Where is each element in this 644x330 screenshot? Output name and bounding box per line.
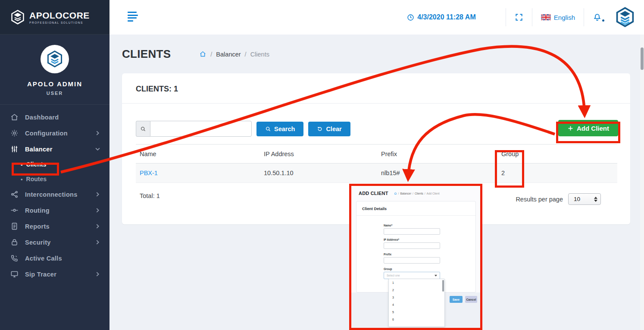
sidebar-item-label: Sip Tracer (25, 271, 95, 278)
scrollbar-thumb[interactable] (641, 47, 644, 70)
sidebar: APOLOCORE PROFESSIONAL SOLUTIONS APOLO A… (0, 0, 109, 330)
group-dropdown-list: 1 2 3 4 5 6 (388, 279, 445, 327)
avatar-logo-icon (45, 50, 64, 69)
table-row[interactable]: PBX-1 10.50.1.10 nlb15# 2 (136, 163, 617, 183)
route-icon (10, 206, 19, 214)
chevron-right-icon (95, 208, 100, 213)
sidebar-subitem-clients[interactable]: • Clients (0, 157, 109, 172)
search-button[interactable]: Search (256, 122, 303, 136)
sidebar-item-sip-tracer[interactable]: Sip Tracer (0, 266, 109, 282)
sidebar-subitem-label: Clients (26, 161, 47, 168)
breadcrumb-item[interactable]: Balancer (216, 51, 241, 58)
dropdown-option[interactable]: 5 (389, 308, 444, 316)
inset-page-title: ADD CLIENT (359, 191, 388, 196)
dropdown-scrollbar[interactable] (442, 280, 444, 292)
client-name-link[interactable]: PBX-1 (140, 170, 158, 176)
menu-toggle-icon[interactable] (128, 12, 138, 23)
search-icon (265, 126, 271, 132)
document-icon (10, 222, 19, 230)
sidebar-item-routing[interactable]: Routing (0, 202, 109, 218)
chevron-right-icon (95, 224, 100, 229)
brand-name: APOLOCORE (29, 10, 90, 21)
monitor-icon (10, 270, 19, 278)
dropdown-option[interactable]: 1 (389, 279, 444, 286)
add-client-button[interactable]: Add Client (558, 120, 618, 136)
clear-button[interactable]: Clear (308, 122, 350, 136)
apolocore-logo-icon (9, 9, 26, 25)
sidebar-subitem-label: Routes (26, 176, 47, 182)
search-input[interactable] (150, 121, 252, 137)
lock-icon (10, 238, 19, 246)
cancel-button[interactable]: Cancel (465, 296, 477, 303)
breadcrumb-separator: / (245, 51, 247, 58)
phone-icon (10, 254, 19, 262)
sidebar-item-balancer[interactable]: Balancer (0, 141, 109, 157)
sidebar-item-interconnections[interactable]: Interconnections (0, 186, 109, 202)
inset-breadcrumb: / Balancer / Clients / Add Client (394, 192, 440, 195)
bullet-icon: • (21, 176, 23, 182)
divider (532, 8, 532, 26)
col-header-prefix: Prefix (377, 145, 497, 163)
page-scrollbar[interactable] (640, 35, 644, 330)
prefix-field: Prefix (384, 253, 440, 264)
col-header-name: Name (136, 145, 260, 163)
page-title: CLIENTS (122, 47, 171, 61)
sidebar-item-reports[interactable]: Reports (0, 218, 109, 234)
sidebar-item-label: Security (25, 239, 95, 246)
sidebar-item-configuration[interactable]: Configuration (0, 125, 109, 141)
breadcrumb-item-current: Clients (250, 51, 269, 58)
sidebar-nav: Dashboard Configuration Balancer • Clien… (0, 105, 109, 282)
bullet-icon: • (21, 161, 23, 168)
ip-input[interactable] (384, 242, 440, 249)
sidebar-item-dashboard[interactable]: Dashboard (0, 109, 109, 125)
breadcrumb-separator: / (210, 51, 212, 58)
sliders-icon (10, 145, 19, 153)
avatar[interactable] (41, 45, 69, 73)
inset-breadcrumb-item-current: Add Client (427, 192, 440, 195)
dropdown-option[interactable]: 2 (389, 286, 444, 294)
save-button[interactable]: Save (450, 296, 463, 303)
sidebar-item-security[interactable]: Security (0, 234, 109, 250)
sidebar-item-label: Balancer (25, 146, 95, 153)
chevron-right-icon (95, 131, 100, 135)
sidebar-item-label: Reports (25, 223, 95, 230)
dropdown-option[interactable]: 3 (389, 294, 444, 301)
dropdown-option[interactable]: 4 (389, 301, 444, 308)
group-select[interactable]: Select one (384, 272, 440, 279)
add-client-inset: ADD CLIENT / Balancer / Clients / Add Cl… (349, 184, 482, 330)
sidebar-item-active-calls[interactable]: Active Calls (0, 250, 109, 266)
select-stepper-icon (594, 197, 597, 202)
client-details-title: Client Details (356, 201, 475, 216)
gear-icon (10, 129, 19, 137)
chevron-right-icon (95, 272, 100, 277)
language-selector[interactable]: English (541, 14, 575, 21)
language-label: English (554, 14, 575, 21)
name-input[interactable] (384, 228, 440, 235)
search-prefix-icon (136, 121, 150, 137)
uk-flag-icon (541, 14, 551, 20)
dropdown-option[interactable]: 6 (389, 316, 444, 323)
brand-tagline: PROFESSIONAL SOLUTIONS (29, 21, 90, 24)
sidebar-subitem-routes[interactable]: • Routes (0, 172, 109, 186)
results-per-page-select[interactable]: 10 (568, 193, 601, 205)
home-icon (394, 192, 397, 195)
panel-title: CLIENTS: 1 (122, 73, 630, 104)
table-header-row: Name IP Address Prefix Group (136, 145, 617, 163)
notifications-bell-icon[interactable] (593, 13, 602, 22)
sidebar-item-label: Interconnections (25, 191, 95, 198)
chevron-down-icon (95, 147, 100, 151)
app-logo-icon[interactable] (614, 6, 636, 28)
fullscreen-icon[interactable] (515, 13, 523, 22)
user-profile: APOLO ADMIN USER (0, 35, 109, 105)
chevron-right-icon (95, 192, 100, 197)
home-icon[interactable] (199, 50, 206, 58)
chevron-right-icon (95, 240, 100, 245)
client-group: 2 (497, 163, 617, 183)
client-ip: 10.50.1.10 (260, 163, 377, 183)
prefix-input[interactable] (384, 257, 440, 264)
group-field: Group Select one (384, 267, 440, 279)
breadcrumb: / Balancer / Clients (199, 50, 269, 58)
divider (506, 8, 506, 26)
sidebar-item-label: Dashboard (25, 114, 100, 121)
profile-role: USER (0, 91, 109, 96)
